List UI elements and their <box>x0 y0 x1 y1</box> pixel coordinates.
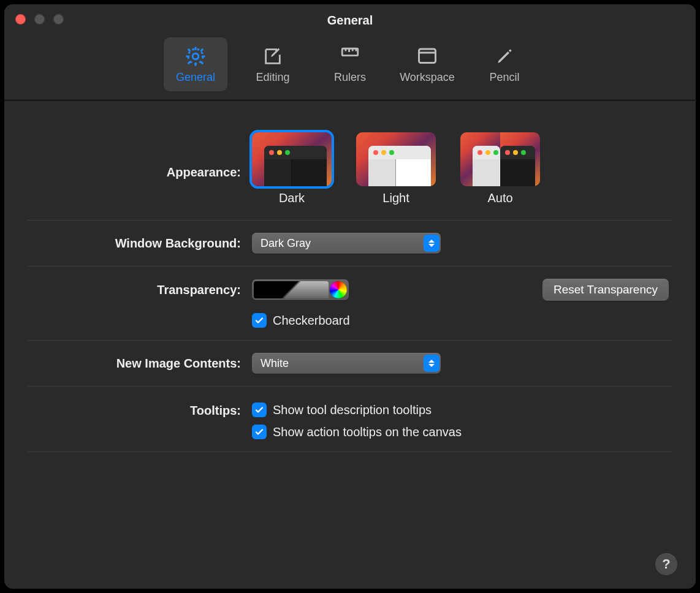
new-image-contents-label: New Image Contents: <box>28 357 252 371</box>
svg-point-0 <box>192 53 199 59</box>
tooltips-row: Tooltips: Show tool description tooltips… <box>28 387 672 451</box>
edit-square-icon <box>262 45 284 67</box>
tab-workspace[interactable]: Workspace <box>395 37 459 91</box>
chevron-up-down-icon <box>424 355 439 372</box>
new-image-contents-row: New Image Contents: White <box>28 341 672 386</box>
titlebar: General <box>4 4 696 34</box>
show-tool-description-checkbox[interactable]: Show tool description tooltips <box>252 402 432 417</box>
checkerboard-row: Checkerboard <box>28 313 672 340</box>
checkerboard-label: Checkerboard <box>273 314 350 328</box>
help-button[interactable]: ? <box>655 553 677 575</box>
tab-label: Pencil <box>489 71 519 84</box>
transparency-label: Transparency: <box>28 283 252 297</box>
appearance-light-label: Light <box>382 191 409 205</box>
preferences-window: General General Editing <box>4 4 696 589</box>
transparency-swatch <box>254 281 329 298</box>
tooltip-action-label: Show action tooltips on the canvas <box>273 425 462 439</box>
preferences-toolbar: General Editing Rulers <box>4 34 696 100</box>
reset-transparency-label: Reset Transparency <box>554 283 658 296</box>
workspace-icon <box>416 45 438 67</box>
close-window-button[interactable] <box>15 14 26 25</box>
pencil-icon <box>493 45 515 67</box>
tab-rulers[interactable]: Rulers <box>318 37 382 91</box>
transparency-row: Transparency: Reset Transparency <box>28 266 672 313</box>
tab-label: Editing <box>256 71 289 84</box>
appearance-dark-label: Dark <box>279 191 305 205</box>
tab-general[interactable]: General <box>164 37 227 91</box>
tab-editing[interactable]: Editing <box>241 37 305 91</box>
window-background-select[interactable]: Dark Gray <box>252 233 441 254</box>
window-background-value: Dark Gray <box>261 237 424 250</box>
tooltip-desc-label: Show tool description tooltips <box>273 403 432 417</box>
appearance-options: Dark Light <box>252 132 540 205</box>
checkbox-checked-icon <box>252 402 267 417</box>
color-picker-icon[interactable] <box>330 281 347 298</box>
appearance-label: Appearance: <box>28 132 252 179</box>
svg-rect-3 <box>419 49 436 63</box>
traffic-lights <box>15 14 64 25</box>
content-area: Appearance: Dark Light <box>4 100 696 589</box>
zoom-window-button[interactable] <box>53 14 64 25</box>
minimize-window-button[interactable] <box>34 14 45 25</box>
tab-pencil[interactable]: Pencil <box>473 37 536 91</box>
appearance-option-auto[interactable]: Auto <box>460 132 540 205</box>
appearance-option-dark[interactable]: Dark <box>252 132 332 205</box>
window-title: General <box>327 13 373 28</box>
checkbox-checked-icon <box>252 313 267 328</box>
window-background-row: Window Background: Dark Gray <box>28 221 672 266</box>
checkerboard-checkbox[interactable]: Checkerboard <box>252 313 350 328</box>
appearance-auto-label: Auto <box>487 191 512 205</box>
new-image-contents-value: White <box>261 357 424 370</box>
chevron-up-down-icon <box>424 235 439 252</box>
transparency-color-well[interactable] <box>252 279 349 300</box>
tab-label: General <box>176 71 215 84</box>
tab-label: Rulers <box>334 71 366 84</box>
tab-label: Workspace <box>400 71 455 84</box>
tooltips-label: Tooltips: <box>28 402 252 418</box>
gear-icon <box>185 45 207 67</box>
show-action-tooltips-checkbox[interactable]: Show action tooltips on the canvas <box>252 425 462 439</box>
new-image-contents-select[interactable]: White <box>252 353 441 374</box>
window-background-label: Window Background: <box>28 236 252 251</box>
ruler-icon <box>339 45 361 67</box>
appearance-row: Appearance: Dark Light <box>28 115 672 220</box>
checkbox-checked-icon <box>252 425 267 439</box>
appearance-option-light[interactable]: Light <box>356 132 436 205</box>
help-icon: ? <box>662 556 670 572</box>
reset-transparency-button[interactable]: Reset Transparency <box>542 279 669 301</box>
